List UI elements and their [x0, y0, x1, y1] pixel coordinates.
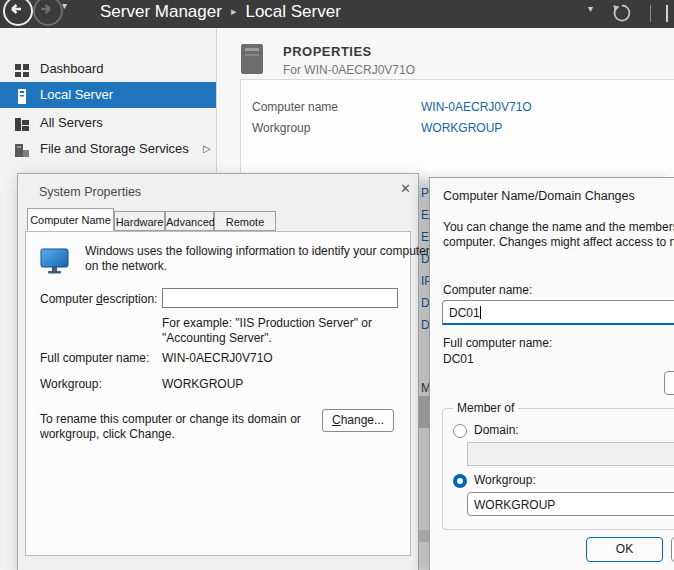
workgroup-link[interactable]: WORKGROUP [421, 121, 502, 135]
text-cursor [480, 306, 481, 319]
example-text: "Accounting Server". [162, 331, 272, 345]
forward-button[interactable] [33, 0, 63, 26]
intro-text: Windows uses the following information t… [85, 244, 430, 258]
dialog-body-text: computer. Changes might affect access to… [443, 235, 674, 249]
workgroup-radio-label[interactable]: Workgroup: [474, 473, 536, 487]
sidebar-item-file-storage-services[interactable]: File and Storage Services ▷ [0, 136, 216, 161]
member-of-label: Member of [453, 401, 518, 415]
toolbar-separator [650, 5, 651, 22]
full-computer-name-value: WIN-0AECRJ0V71O [162, 351, 273, 365]
properties-subtitle: For WIN-0AECRJ0V71O [283, 63, 415, 77]
tab-computer-name[interactable]: Computer Name [27, 208, 114, 231]
full-computer-name-value: DC01 [443, 352, 474, 366]
domain-radio[interactable] [453, 424, 467, 438]
forward-arrow-icon [35, 0, 57, 20]
tab-hardware[interactable]: Hardware [114, 211, 165, 231]
workgroup-value: WORKGROUP [162, 377, 243, 391]
sidebar-item-label: All Servers [40, 110, 103, 135]
dashboard-icon [14, 61, 30, 77]
monitor-icon [40, 247, 70, 277]
computer-name-tab-page: Windows uses the following information t… [25, 231, 411, 556]
full-computer-name-label: Full computer name: [443, 336, 552, 350]
change-button[interactable]: Change... [322, 409, 394, 432]
breadcrumb: Server Manager▸Local Server [100, 2, 341, 22]
tab-remote[interactable]: Remote [214, 211, 276, 231]
full-computer-name-label: Full computer name: [40, 351, 149, 365]
properties-tile-icon [240, 44, 264, 75]
all-servers-icon [14, 115, 30, 131]
system-properties-dialog: System Properties ✕ Computer Name Hardwa… [17, 173, 419, 570]
workgroup-input[interactable]: WORKGROUP [467, 492, 674, 516]
ok-button[interactable]: OK [586, 537, 663, 562]
breadcrumb-dropdown-caret[interactable]: ▾ [588, 3, 593, 14]
title-bar: ▾ Server Manager▸Local Server ▾ [0, 0, 674, 28]
local-server-icon [14, 88, 30, 104]
back-arrow-icon [5, 0, 27, 20]
sidebar-item-label: File and Storage Services [40, 136, 189, 161]
dialog-title: Computer Name/Domain Changes [443, 189, 635, 203]
computer-description-input[interactable] [162, 288, 398, 308]
domain-input [467, 442, 674, 466]
more-button-clipped[interactable] [664, 371, 674, 395]
sidebar-item-local-server[interactable]: Local Server [0, 82, 216, 108]
sidebar-item-label: Dashboard [40, 56, 104, 81]
member-of-group: Member of Domain: Workgroup: WORKGROUP [442, 408, 674, 530]
breadcrumb-current[interactable]: Local Server [245, 2, 340, 21]
rename-hint-text: workgroup, click Change. [40, 427, 175, 441]
sidebar-item-all-servers[interactable]: All Servers [0, 110, 216, 135]
workgroup-label: Workgroup: [40, 377, 102, 391]
refresh-button[interactable] [611, 2, 633, 24]
workgroup-radio[interactable] [453, 474, 467, 488]
computer-name-domain-changes-dialog: Computer Name/Domain Changes You can cha… [429, 177, 674, 570]
domain-radio-label[interactable]: Domain: [474, 423, 519, 437]
breadcrumb-separator-icon: ▸ [231, 5, 237, 17]
expand-chevron-icon[interactable]: ▷ [203, 136, 211, 161]
computer-name-link[interactable]: WIN-0AECRJ0V71O [421, 100, 532, 114]
rename-hint-text: To rename this computer or change its do… [40, 412, 301, 426]
dialog-body-text: You can change the name and the membersh… [443, 220, 674, 234]
breadcrumb-root[interactable]: Server Manager [100, 2, 222, 21]
close-icon[interactable]: ✕ [400, 181, 411, 196]
computer-name-label: Computer name: [443, 283, 532, 297]
properties-title: PROPERTIES [283, 44, 372, 59]
intro-text: on the network. [85, 259, 167, 273]
example-text: For example: "IIS Production Server" or [162, 316, 372, 330]
file-storage-icon [14, 141, 30, 157]
computer-description-label: Computer description: [40, 292, 157, 306]
tab-advanced[interactable]: Advanced [165, 211, 214, 231]
nav-dropdown-caret[interactable]: ▾ [62, 0, 67, 11]
server-manager-window: ▾ Server Manager▸Local Server ▾ Dashboar… [0, 0, 674, 570]
property-label: Workgroup [252, 121, 310, 135]
property-label: Computer name [252, 100, 338, 114]
dialog-title: System Properties [39, 185, 141, 199]
refresh-icon [611, 2, 633, 24]
sidebar-item-dashboard[interactable]: Dashboard [0, 56, 216, 81]
back-button[interactable] [3, 0, 33, 26]
flag-icon[interactable] [666, 5, 668, 22]
sidebar-item-label: Local Server [40, 82, 113, 108]
computer-name-input[interactable]: DC01 [442, 300, 674, 325]
